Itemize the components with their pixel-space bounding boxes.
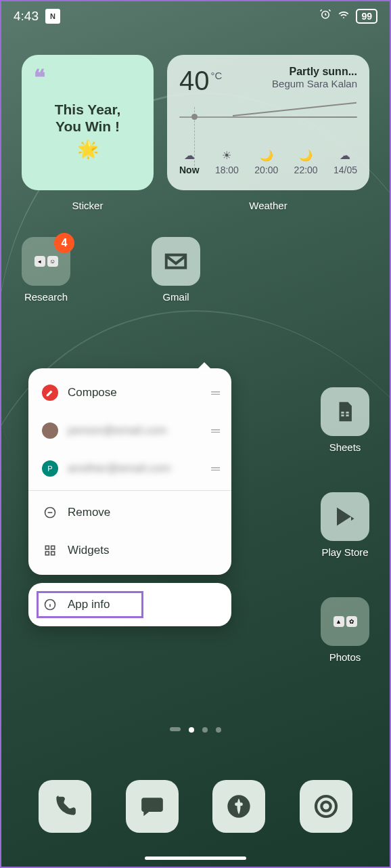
- weather-label: Weather: [167, 200, 369, 211]
- avatar-icon: P: [42, 460, 58, 477]
- context-menu: Compose ═ person@email.com ═ P another@e…: [28, 368, 231, 626]
- app-sheets[interactable]: Sheets: [321, 387, 369, 453]
- status-time: 4:43: [14, 9, 39, 24]
- gmail-icon: [152, 237, 200, 286]
- page-indicator[interactable]: [1, 727, 390, 733]
- dock-phone[interactable]: [39, 780, 91, 833]
- drag-handle-icon: ═: [211, 424, 218, 438]
- svg-rect-2: [45, 546, 49, 549]
- compose-icon: [42, 385, 58, 401]
- status-bar: 4:43 N 99: [1, 1, 390, 28]
- svg-rect-4: [45, 552, 49, 555]
- menu-remove[interactable]: Remove: [28, 494, 231, 531]
- drag-handle-icon: ═: [211, 462, 218, 476]
- highlight-box: [37, 591, 143, 618]
- weather-graph: [179, 107, 357, 142]
- home-screen: ❝ This Year, You Win ! 🌟 40°C Partly sun…: [1, 28, 390, 303]
- weather-condition: Partly sunn...: [272, 66, 357, 78]
- popup-arrow: [196, 362, 212, 370]
- widgets-icon: [42, 542, 58, 559]
- notification-icon: N: [45, 9, 60, 24]
- badge-count: 4: [54, 233, 74, 253]
- svg-rect-3: [51, 546, 55, 549]
- remove-icon: [42, 504, 58, 521]
- battery-indicator: 99: [356, 9, 377, 24]
- weather-temperature: 40°C: [179, 66, 222, 96]
- menu-account-2[interactable]: P another@email.com ═: [28, 450, 231, 487]
- dock: [1, 780, 390, 833]
- svg-point-11: [321, 802, 330, 810]
- weather-timeline: ☁Now ☀18:00 🌙20:00 🌙22:00 ☁14/05: [179, 149, 357, 175]
- drag-handle-icon: ═: [211, 386, 218, 400]
- dock-browser[interactable]: [212, 780, 265, 833]
- weather-widget[interactable]: 40°C Partly sunn... Begum Sara Kalan ☁No…: [167, 55, 369, 190]
- folder-photos[interactable]: ▲ ✿ Photos: [321, 597, 369, 663]
- avatar-icon: [42, 422, 58, 439]
- folder-research[interactable]: ◂ ☺ 4 Research: [22, 237, 70, 303]
- wifi-icon: [337, 9, 350, 24]
- app-gmail[interactable]: Gmail: [152, 237, 200, 303]
- home-indicator[interactable]: [145, 856, 246, 860]
- weather-location: Begum Sara Kalan: [272, 78, 357, 89]
- app-playstore[interactable]: Play Store: [321, 492, 369, 558]
- dock-messages[interactable]: [126, 780, 179, 833]
- menu-compose[interactable]: Compose ═: [28, 374, 231, 412]
- menu-widgets[interactable]: Widgets: [28, 531, 231, 569]
- sticker-text: This Year, You Win !: [32, 101, 143, 135]
- svg-point-10: [316, 796, 336, 817]
- dock-camera[interactable]: [300, 780, 352, 833]
- playstore-icon: [321, 492, 369, 541]
- svg-point-9: [239, 802, 243, 806]
- svg-rect-5: [51, 552, 55, 555]
- divider: [28, 490, 231, 491]
- sticker-label: Sticker: [22, 200, 154, 211]
- sticker-widget[interactable]: ❝ This Year, You Win ! 🌟: [22, 55, 154, 190]
- svg-point-8: [235, 802, 238, 806]
- account-email: another@email.com: [68, 462, 170, 475]
- account-email: person@email.com: [68, 424, 167, 437]
- sun-icon: 🌟: [32, 139, 143, 160]
- alarm-icon: [319, 8, 331, 24]
- menu-account-1[interactable]: person@email.com ═: [28, 412, 231, 450]
- menu-app-info[interactable]: App info: [28, 583, 231, 626]
- sheets-icon: [321, 387, 369, 436]
- quote-icon: ❝: [34, 64, 45, 90]
